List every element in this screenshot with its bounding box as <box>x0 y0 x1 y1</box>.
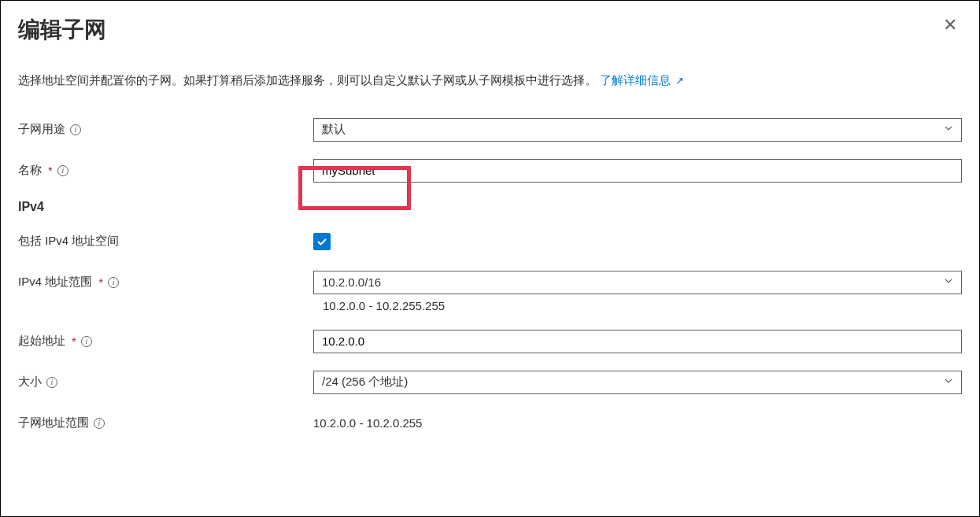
name-label: 名称 <box>18 163 42 178</box>
ipv4-range-label-col: IPv4 地址范围 * i <box>18 275 313 290</box>
include-ipv4-row: 包括 IPv4 地址空间 <box>18 230 962 253</box>
ipv4-range-field: 10.2.0.0/16 <box>313 271 962 294</box>
size-row: 大小 i /24 (256 个地址) <box>18 371 962 394</box>
start-address-label: 起始地址 <box>18 334 65 349</box>
subnet-range-field: 10.2.0.0 - 10.2.0.255 <box>313 416 962 430</box>
required-indicator: * <box>72 334 76 348</box>
panel-description: 选择地址空间并配置你的子网。如果打算稍后添加选择服务，则可以自定义默认子网或从子… <box>18 72 962 90</box>
empty-label <box>18 299 313 312</box>
info-icon[interactable]: i <box>46 377 57 388</box>
learn-more-text: 了解详细信息 <box>600 73 671 87</box>
size-value: /24 (256 个地址) <box>322 375 408 390</box>
ipv4-range-select[interactable]: 10.2.0.0/16 <box>313 271 962 294</box>
start-address-row: 起始地址 * i <box>18 330 962 353</box>
ipv4-range-label: IPv4 地址范围 <box>18 275 92 290</box>
checkmark-icon <box>316 235 328 248</box>
subnet-purpose-value: 默认 <box>322 122 346 137</box>
subnet-purpose-select[interactable]: 默认 <box>313 118 962 142</box>
include-ipv4-label: 包括 IPv4 地址空间 <box>18 234 119 249</box>
required-indicator: * <box>48 164 53 177</box>
edit-subnet-panel: 编辑子网 ✕ 选择地址空间并配置你的子网。如果打算稍后添加选择服务，则可以自定义… <box>0 0 980 517</box>
size-label: 大小 <box>18 375 42 390</box>
ipv4-range-row: IPv4 地址范围 * i 10.2.0.0/16 <box>18 271 962 294</box>
name-field <box>313 159 962 183</box>
info-icon[interactable]: i <box>81 336 92 347</box>
close-button[interactable]: ✕ <box>938 15 962 35</box>
name-label-col: 名称 * i <box>18 163 313 178</box>
description-text: 选择地址空间并配置你的子网。如果打算稍后添加选择服务，则可以自定义默认子网或从子… <box>18 73 597 87</box>
include-ipv4-field <box>313 233 962 250</box>
subnet-purpose-row: 子网用途 i 默认 <box>18 118 962 142</box>
subnet-purpose-label-col: 子网用途 i <box>18 122 313 137</box>
chevron-down-icon <box>944 376 953 388</box>
subnet-range-label-col: 子网地址范围 i <box>18 415 313 430</box>
ipv4-range-value: 10.2.0.0/16 <box>322 275 381 289</box>
panel-title: 编辑子网 <box>18 15 106 45</box>
size-field: /24 (256 个地址) <box>313 371 962 394</box>
size-select[interactable]: /24 (256 个地址) <box>313 371 962 394</box>
info-icon[interactable]: i <box>94 418 105 429</box>
name-row: 名称 * i <box>18 159 962 183</box>
start-address-field <box>313 330 962 353</box>
close-icon: ✕ <box>943 15 957 35</box>
ipv4-range-subtext-field: 10.2.0.0 - 10.2.255.255 <box>313 299 962 312</box>
start-address-label-col: 起始地址 * i <box>18 334 313 349</box>
info-icon[interactable]: i <box>108 277 119 288</box>
chevron-down-icon <box>944 276 953 288</box>
subnet-purpose-field: 默认 <box>313 118 962 142</box>
learn-more-link[interactable]: 了解详细信息 ↗ <box>600 73 684 87</box>
subnet-range-row: 子网地址范围 i 10.2.0.0 - 10.2.0.255 <box>18 412 962 435</box>
size-label-col: 大小 i <box>18 375 313 390</box>
chevron-down-icon <box>944 124 953 135</box>
subnet-range-value: 10.2.0.0 - 10.2.0.255 <box>313 416 422 430</box>
info-icon[interactable]: i <box>70 124 81 135</box>
ipv4-range-subtext-row: 10.2.0.0 - 10.2.255.255 <box>18 299 962 312</box>
start-address-input[interactable] <box>313 330 962 353</box>
subnet-purpose-label: 子网用途 <box>18 122 65 137</box>
panel-header: 编辑子网 ✕ <box>18 15 962 45</box>
include-ipv4-checkbox[interactable] <box>313 233 331 250</box>
subnet-range-label: 子网地址范围 <box>18 415 89 430</box>
external-link-icon: ↗ <box>675 73 684 89</box>
info-icon[interactable]: i <box>57 165 68 176</box>
include-ipv4-label-col: 包括 IPv4 地址空间 <box>18 234 313 249</box>
ipv4-range-subtext: 10.2.0.0 - 10.2.255.255 <box>313 299 445 312</box>
name-input[interactable] <box>313 159 962 183</box>
ipv4-section-header: IPv4 <box>18 200 962 214</box>
required-indicator: * <box>98 275 103 289</box>
